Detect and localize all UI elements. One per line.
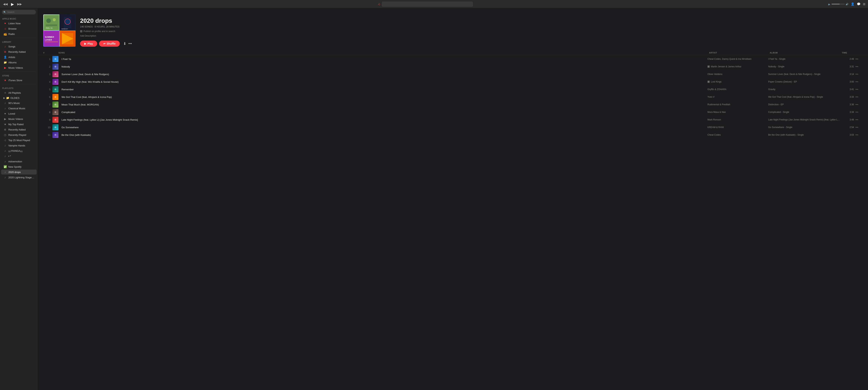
vampire-hands-icon: ♪	[3, 144, 7, 147]
song-more-button[interactable]: •••	[856, 133, 861, 136]
sidebar-item-radio[interactable]: 📻 Radio	[1, 31, 37, 36]
song-more-button[interactable]: •••	[856, 88, 861, 91]
volume-slider[interactable]	[832, 4, 845, 4]
song-info: Summer Lover (feat. Devin & Nile Rodgers…	[60, 73, 708, 76]
sidebar-item-slowmotion[interactable]: ♪ #slowmotion	[1, 159, 37, 164]
sidebar-item-all-playlists[interactable]: ≡ All Playlists	[1, 90, 37, 95]
table-row[interactable]: 7 Mean That Much (feat. MORGAN) Rudiment…	[39, 101, 866, 108]
playlist-publish: Publish on profile and in search	[80, 30, 863, 33]
art-img-1: FEEL YA	[43, 14, 59, 31]
song-more-button[interactable]: •••	[856, 126, 861, 129]
account-button[interactable]: 👤	[850, 2, 855, 6]
songs-label: Songs	[8, 45, 34, 48]
prev-button[interactable]: ◀◀	[2, 2, 8, 6]
sidebar-item-music-videos-pl[interactable]: ▶ Music Videos	[1, 117, 37, 121]
search-input[interactable]	[2, 10, 36, 14]
song-more-button[interactable]: •••	[856, 65, 861, 68]
song-number: 9	[45, 118, 52, 121]
sidebar-item-ykinga[interactable]: ♪ ¡¡¡YKINGA¡¡¡	[1, 148, 37, 153]
search-icon: 🔍	[3, 11, 6, 13]
thumb-art	[52, 117, 58, 123]
song-more-button[interactable]: •••	[856, 110, 861, 113]
table-row[interactable]: 4 Don't Kill My High (feat. Wiz Khalifa …	[39, 78, 866, 86]
svg-point-17	[55, 58, 56, 60]
add-description-link[interactable]: Add Description	[80, 35, 863, 37]
table-row[interactable]: 6 We Got That Cool (feat. Afrojack & Ico…	[39, 93, 866, 101]
table-row[interactable]: 9 Late Night Feelings (feat. Lykke Li) […	[39, 116, 866, 124]
song-thumbnail	[52, 94, 58, 100]
sidebar-item-vampire-hands[interactable]: ♪ Vampire Hands	[1, 143, 37, 148]
song-number: 6	[45, 96, 52, 98]
table-row[interactable]: 8 Complicated Mura Masa & Nao Complicate…	[39, 108, 866, 116]
thumb-art	[52, 56, 58, 62]
song-artist: Mura Masa & Nao	[708, 111, 768, 113]
sidebar-item-2020-drops[interactable]: ♪ 2020 drops	[1, 170, 37, 174]
sidebar-item-itunes-store[interactable]: ★ iTunes Store	[1, 78, 37, 83]
col-artist: ARTIST	[709, 52, 770, 54]
music-videos-icon: ▶	[3, 66, 7, 69]
svg-text:SUMMER: SUMMER	[45, 36, 54, 38]
play-button[interactable]: ▶	[10, 2, 14, 7]
table-row[interactable]: 1 I Feel Ya Cheat Codes, Danny Quest & I…	[39, 55, 866, 63]
song-number: 8	[45, 111, 52, 113]
sidebar-item-90s-music[interactable]: ♪ 90's Music	[1, 101, 37, 105]
playlist-info: 2020 drops 146 SONGS · 8 HOURS, 28 MINUT…	[80, 17, 863, 47]
song-name: Complicated	[61, 111, 706, 113]
song-more-button[interactable]: •••	[856, 80, 861, 83]
thumb-art	[52, 124, 58, 130]
svg-point-23	[55, 81, 56, 82]
song-more-button[interactable]: •••	[856, 95, 861, 98]
dot-icon: ♪	[3, 155, 7, 158]
sidebar-item-artists[interactable]: 👤 Artists	[1, 55, 37, 60]
download-button[interactable]: ⬇	[123, 41, 126, 46]
song-thumbnail	[52, 86, 58, 92]
ykinga-label: ¡¡¡YKINGA¡¡¡	[8, 150, 34, 152]
sidebar-item-recently-added-pl[interactable]: ⊕ Recently Added	[1, 127, 37, 132]
song-time: 3:36	[840, 103, 856, 106]
now-playing-bar[interactable]	[382, 2, 473, 7]
sidebar-item-music-videos[interactable]: ▶ Music Videos	[1, 65, 37, 70]
sidebar-item-top-25[interactable]: ♫ Top 25 Most Played	[1, 138, 37, 143]
sidebar-item-listen-now[interactable]: ♥ Listen Now	[1, 21, 37, 26]
sidebar-item-songs[interactable]: ♪ Songs	[1, 44, 37, 49]
song-more-button[interactable]: •••	[856, 118, 861, 121]
main-layout: 🔍 Apple Music ♥ Listen Now ♫ Browse 📻 Ra…	[0, 8, 868, 390]
col-art	[51, 52, 58, 54]
song-number: 4	[45, 80, 52, 83]
sidebar-item-loved[interactable]: ♥ Loved	[1, 111, 37, 116]
publish-checkbox[interactable]	[80, 30, 82, 32]
table-row[interactable]: 10 Go Somewhere KREAM & RANI Go Somewher…	[39, 124, 866, 131]
sidebar-item-new-spotify[interactable]: ✅ New Spotify	[1, 164, 37, 169]
song-more-button[interactable]: •••	[856, 58, 861, 61]
artists-label: Artists	[8, 56, 34, 59]
oldies-folder-label: OLDIES	[10, 97, 20, 99]
more-options-button[interactable]: •••	[128, 42, 132, 46]
next-button[interactable]: ▶▶	[17, 2, 23, 6]
song-more-button[interactable]: •••	[856, 103, 861, 106]
song-info: Go Somewhere	[60, 126, 708, 129]
song-more-button[interactable]: •••	[856, 73, 861, 76]
col-time: TIME	[842, 52, 857, 54]
chat-button[interactable]: 💬	[857, 2, 861, 6]
song-thumbnail	[52, 132, 58, 138]
sidebar-item-classical-music[interactable]: ♪ Classical Music	[1, 106, 37, 111]
sidebar-item-my-top-rated[interactable]: ★ My Top Rated	[1, 122, 37, 127]
table-row[interactable]: 11 Be the One (with Kaskade) Cheat Codes…	[39, 131, 866, 139]
table-row[interactable]: 3 Summer Lover (feat. Devin & Nile Rodge…	[39, 70, 866, 78]
sidebar-item-dot[interactable]: ♪ • *	[1, 154, 37, 159]
sidebar-item-albums[interactable]: 📁 Albums	[1, 60, 37, 65]
songs-icon: ♪	[3, 45, 7, 48]
sidebar-item-recently-played[interactable]: ◷ Recently Played	[1, 132, 37, 137]
song-thumbnail	[52, 101, 58, 107]
play-playlist-button[interactable]: ▶ Play	[80, 41, 97, 47]
shuffle-button[interactable]: ⇌ Shuffle	[99, 41, 120, 47]
miniplayer-button[interactable]: ⊞	[863, 2, 866, 6]
sidebar-item-2020-lightning[interactable]: ♪ 2020 Lightning Stage Playlist	[1, 175, 37, 180]
sidebar-item-oldies-folder[interactable]: ▶ 📁 OLDIES	[1, 96, 37, 100]
table-row[interactable]: 5 Remember Gryffin & ZOHARA Gravity 3:41…	[39, 86, 866, 93]
sidebar-item-browse[interactable]: ♫ Browse	[1, 26, 37, 31]
table-row[interactable]: 2 Nobody E Martin Jensen & James Arthur …	[39, 63, 866, 70]
col-album: ALBUM	[770, 52, 842, 54]
sidebar-item-recently-added[interactable]: ⊕ Recently Added	[1, 49, 37, 54]
song-name: Go Somewhere	[61, 126, 706, 129]
